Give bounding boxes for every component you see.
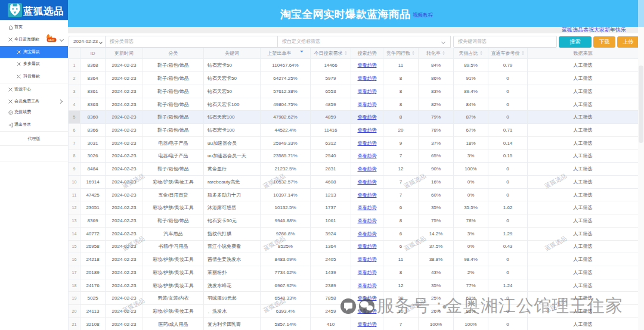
svg-text:HOT: HOT — [48, 38, 55, 42]
